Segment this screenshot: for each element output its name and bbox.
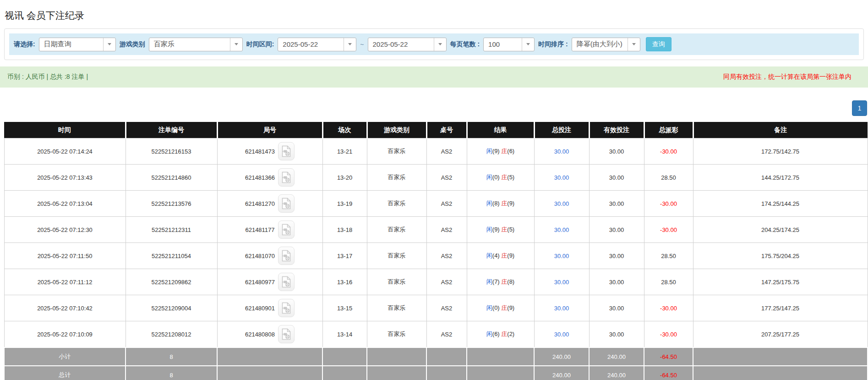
records-table: 时间注单编号局号场次游戏类别桌号结果总投注有效投注总派彩备注 2025-05-2… bbox=[4, 122, 868, 380]
filter-bar: 请选择: 日期查询 游戏类别 百家乐 时间区间: 2025-05-22 ~ 20… bbox=[9, 33, 859, 55]
search-button[interactable]: 查询 bbox=[646, 37, 671, 51]
cell-round: 621480808 bbox=[217, 321, 322, 348]
video-replay-button[interactable] bbox=[278, 168, 295, 187]
cell-remark: 177.25/147.25 bbox=[693, 295, 868, 321]
total-bet-link[interactable]: 30.00 bbox=[554, 331, 569, 338]
time-range-label: 时间区间: bbox=[246, 40, 274, 49]
summary-notice: 同局有效投注，统一计算在该局第一张注单内 bbox=[723, 73, 861, 81]
cell-table-id: AS2 bbox=[426, 295, 467, 321]
video-file-icon bbox=[281, 276, 291, 288]
query-type-label: 请选择: bbox=[14, 40, 35, 49]
cell-payout: 28.50 bbox=[644, 165, 693, 191]
total-bet-link[interactable]: 30.00 bbox=[554, 305, 569, 312]
cell-game-type: 百家乐 bbox=[367, 217, 426, 243]
cell-valid-bet: 30.00 bbox=[589, 321, 644, 348]
cell-total-bet: 30.00 bbox=[534, 243, 589, 269]
cell-remark: 144.25/172.75 bbox=[693, 165, 868, 191]
sum-empty bbox=[693, 347, 868, 366]
result-banker: 庄 bbox=[501, 278, 507, 285]
video-replay-button[interactable] bbox=[278, 247, 295, 265]
video-replay-button[interactable] bbox=[278, 299, 295, 317]
cell-remark: 147.25/175.75 bbox=[693, 269, 868, 295]
round-number: 621480977 bbox=[245, 279, 275, 286]
total-bet-link[interactable]: 30.00 bbox=[554, 226, 569, 233]
chevron-down-icon bbox=[628, 38, 640, 51]
date-range-separator: ~ bbox=[360, 41, 364, 48]
col-header-2: 注单编号 bbox=[126, 122, 217, 138]
cell-round: 621480977 bbox=[217, 269, 322, 295]
cell-total-bet: 30.00 bbox=[534, 165, 589, 191]
game-type-select[interactable]: 百家乐 bbox=[149, 38, 243, 51]
table-row: 2025-05-22 07:14:24522521216153621481473… bbox=[4, 138, 868, 165]
sort-order-label: 时间排序 : bbox=[538, 40, 568, 49]
cell-result: 闲(6) 庄(2) bbox=[467, 321, 534, 348]
sum-total-bet: 240.00 bbox=[534, 366, 589, 380]
video-replay-button[interactable] bbox=[278, 273, 295, 291]
total-bet-link[interactable]: 30.00 bbox=[554, 174, 569, 181]
video-replay-button[interactable] bbox=[278, 194, 295, 213]
cell-time: 2025-05-22 07:13:04 bbox=[4, 191, 126, 217]
cell-time: 2025-05-22 07:14:24 bbox=[4, 138, 126, 165]
video-replay-button[interactable] bbox=[278, 142, 295, 160]
video-replay-button[interactable] bbox=[278, 325, 295, 343]
cell-game-type: 百家乐 bbox=[367, 295, 426, 321]
chevron-down-icon bbox=[230, 38, 242, 51]
summary-currency-count: 币别 : 人民币 | 总共 :8 注单 | bbox=[7, 73, 88, 81]
video-file-icon bbox=[281, 224, 291, 236]
round-number: 621481177 bbox=[245, 226, 274, 233]
cell-bet-id: 522521214860 bbox=[126, 165, 217, 191]
video-file-icon bbox=[281, 198, 291, 209]
sort-order-select[interactable]: 降幂(由大到小) bbox=[572, 38, 640, 51]
sum-label: 小计 bbox=[4, 347, 126, 366]
cell-bet-id: 522521208012 bbox=[126, 321, 217, 348]
game-type-label: 游戏类别 bbox=[120, 40, 145, 49]
result-banker-score: (8) bbox=[507, 278, 514, 285]
sum-empty bbox=[217, 366, 322, 380]
cell-result: 闲(0) 庄(9) bbox=[467, 295, 534, 321]
page-size-value: 100 bbox=[484, 38, 522, 51]
date-to-select[interactable]: 2025-05-22 bbox=[368, 38, 447, 51]
result-player: 闲 bbox=[486, 174, 492, 181]
page-button-1[interactable]: 1 bbox=[852, 100, 867, 116]
cell-time: 2025-05-22 07:12:30 bbox=[4, 217, 126, 243]
table-header: 时间注单编号局号场次游戏类别桌号结果总投注有效投注总派彩备注 bbox=[4, 122, 868, 138]
cell-total-bet: 30.00 bbox=[534, 295, 589, 321]
total-bet-link[interactable]: 30.00 bbox=[554, 200, 569, 207]
col-header-11: 备注 bbox=[693, 122, 868, 138]
cell-valid-bet: 30.00 bbox=[589, 243, 644, 269]
total-bet-link[interactable]: 30.00 bbox=[554, 148, 569, 155]
cell-time: 2025-05-22 07:10:42 bbox=[4, 295, 126, 321]
sum-empty bbox=[426, 347, 467, 366]
result-banker: 庄 bbox=[501, 226, 507, 233]
cell-remark: 207.25/177.25 bbox=[693, 321, 868, 348]
page-size-select[interactable]: 100 bbox=[483, 38, 535, 51]
table-row: 2025-05-22 07:10:42522521209004621480901… bbox=[4, 295, 868, 321]
col-header-5: 游戏类别 bbox=[367, 122, 426, 138]
query-type-select[interactable]: 日期查询 bbox=[39, 38, 116, 51]
result-player-score: (9) bbox=[492, 148, 500, 154]
table-row: 2025-05-22 07:13:04522521213576621481270… bbox=[4, 191, 868, 217]
cell-payout: -30.00 bbox=[644, 191, 693, 217]
sort-order-value: 降幂(由大到小) bbox=[572, 38, 628, 51]
cell-time: 2025-05-22 07:13:43 bbox=[4, 165, 126, 191]
video-replay-button[interactable] bbox=[278, 220, 295, 239]
video-file-icon bbox=[281, 171, 291, 183]
result-player: 闲 bbox=[486, 148, 492, 154]
summary-row: 小计8240.00240.00-64.50 bbox=[4, 347, 868, 366]
round-wrap: 621481177 bbox=[245, 220, 294, 239]
date-from-select[interactable]: 2025-05-22 bbox=[278, 38, 356, 51]
chevron-down-icon bbox=[344, 38, 356, 51]
sum-empty bbox=[467, 347, 534, 366]
cell-round: 621481070 bbox=[217, 243, 322, 269]
total-bet-link[interactable]: 30.00 bbox=[554, 253, 569, 259]
cell-payout: -30.00 bbox=[644, 138, 693, 165]
chevron-down-icon bbox=[103, 38, 115, 51]
sum-valid-bet: 240.00 bbox=[589, 366, 644, 380]
cell-payout: -30.00 bbox=[644, 295, 693, 321]
cell-remark: 174.25/144.25 bbox=[693, 191, 868, 217]
cell-valid-bet: 30.00 bbox=[589, 138, 644, 165]
result-player-score: (0) bbox=[492, 174, 500, 181]
total-bet-link[interactable]: 30.00 bbox=[554, 279, 569, 286]
sum-empty bbox=[322, 366, 367, 380]
page-size-label: 每页笔数 : bbox=[450, 40, 480, 49]
